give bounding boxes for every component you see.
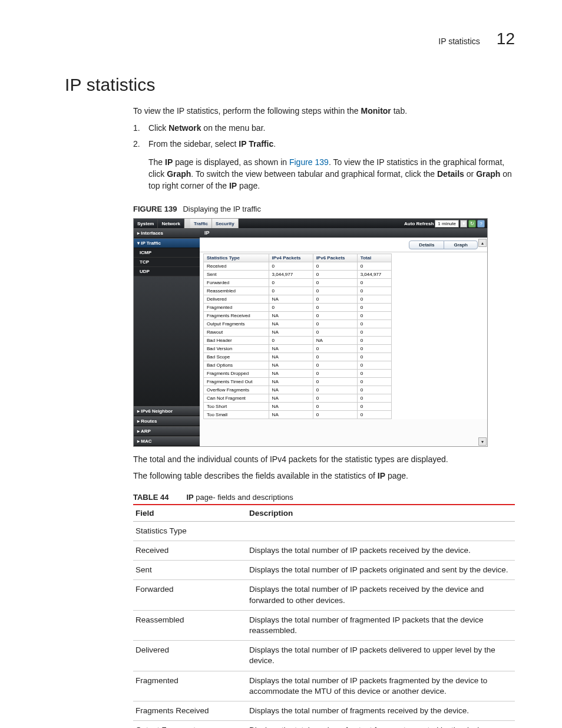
- stats-row: Too SmallNA00: [204, 411, 392, 419]
- step-item: 2.From the sidebar, select IP Traffic.: [133, 138, 515, 150]
- table44-desc: Displays the total number of fragmented …: [247, 610, 515, 640]
- stats-row: Forwarded000: [204, 279, 392, 287]
- table44-desc: [247, 521, 515, 541]
- stats-row: Bad Header0NA0: [204, 337, 392, 345]
- table44-desc: Displays the total number of IP packets …: [247, 671, 515, 701]
- section-title: IP statistics: [65, 75, 515, 95]
- auto-refresh-label: Auto Refresh: [404, 221, 434, 226]
- dropdown-caret-icon[interactable]: ▾: [460, 220, 467, 228]
- toggle-details[interactable]: Details: [409, 241, 444, 249]
- table44-field: Sent: [133, 561, 247, 580]
- stats-row: Fragmented000: [204, 304, 392, 312]
- tab-network[interactable]: Network: [158, 219, 184, 228]
- stats-row: Too ShortNA00: [204, 403, 392, 411]
- table44-desc: Displays the total number of IP packets …: [247, 580, 515, 610]
- stats-row: RawoutNA00: [204, 328, 392, 337]
- table44-field: Fragments Received: [133, 701, 247, 721]
- scroll-up-icon[interactable]: ▴: [478, 239, 487, 247]
- figure-caption: FIGURE 139Displaying the IP traffic: [133, 205, 515, 213]
- steps-list: 1.Click Network on the menu bar.2.From t…: [133, 122, 515, 192]
- table-row: SentDisplays the total number of IP pack…: [133, 561, 515, 580]
- header-section: IP statistics: [438, 37, 480, 46]
- stats-row: Fragments Timed OutNA00: [204, 378, 392, 386]
- toggle-graph[interactable]: Graph: [444, 241, 478, 249]
- auto-refresh-select[interactable]: 1 minute: [435, 220, 459, 228]
- sidebar-item[interactable]: ▸ Interfaces: [134, 228, 200, 238]
- table-row: ReassembledDisplays the total number of …: [133, 610, 515, 640]
- sidebar-item[interactable]: UDP: [134, 267, 200, 276]
- table44-desc: Displays the total number of IP packets …: [247, 641, 515, 671]
- table44-field: Received: [133, 541, 247, 560]
- figure-link[interactable]: Figure 139: [289, 157, 329, 167]
- stats-row: Bad OptionsNA00: [204, 361, 392, 370]
- table44-desc: Displays the total number of output frag…: [247, 721, 515, 728]
- stats-row: Bad VersionNA00: [204, 345, 392, 353]
- sidebar-item[interactable]: ▸ Routes: [134, 416, 200, 426]
- table-row: ForwardedDisplays the total number of IP…: [133, 580, 515, 610]
- table44-desc: Displays the total number of IP packets …: [247, 541, 515, 560]
- table44-head-desc: Description: [247, 505, 515, 522]
- app-topbar: System Network Traffic Security Auto Ref…: [134, 219, 487, 228]
- step-paragraph: The IP page is displayed, as shown in Fi…: [148, 156, 515, 192]
- table-row: Output FragmentsDisplays the total numbe…: [133, 721, 515, 728]
- table44-desc: Displays the total number of fragments r…: [247, 701, 515, 721]
- sidebar-item[interactable]: ▸ IPv6 Neighbor: [134, 406, 200, 416]
- table44-field: Output Fragments: [133, 721, 247, 728]
- stats-table: Statistics TypeIPv4 PacketsIPv6 PacketsT…: [203, 253, 392, 419]
- main-pane: IP Details Graph ▴ ▾ Statistics TypeIPv4…: [200, 228, 487, 446]
- post-figure-p1: The total and the individual counts of I…: [133, 454, 515, 466]
- stats-col-header: Statistics Type: [204, 254, 269, 262]
- page-header: IP statistics 12: [65, 29, 515, 48]
- sidebar-item[interactable]: ▾ IP Traffic: [134, 238, 200, 248]
- table-row: Fragments ReceivedDisplays the total num…: [133, 701, 515, 721]
- stats-row: DeliveredNA00: [204, 295, 392, 304]
- stats-row: Bad ScopeNA00: [204, 353, 392, 361]
- post-figure-p2: The following table describes the fields…: [133, 470, 515, 482]
- step-item: 1.Click Network on the menu bar.: [133, 122, 515, 134]
- sidebar-item[interactable]: ▸ MAC: [134, 436, 200, 446]
- intro-paragraph: To view the IP statistics, perform the f…: [133, 106, 515, 117]
- sidebar-item[interactable]: TCP: [134, 258, 200, 267]
- stats-row: Fragments DroppedNA00: [204, 370, 392, 378]
- table44-field: Fragmented: [133, 671, 247, 701]
- tab-traffic[interactable]: Traffic: [190, 219, 212, 228]
- table-row: FragmentedDisplays the total number of I…: [133, 671, 515, 701]
- chapter-number: 12: [497, 29, 515, 48]
- stats-row: Reassembled000: [204, 287, 392, 295]
- scroll-down-icon[interactable]: ▾: [478, 437, 487, 446]
- figure-screenshot: System Network Traffic Security Auto Ref…: [133, 218, 488, 447]
- tab-security[interactable]: Security: [212, 219, 239, 228]
- table44-field: Reassembled: [133, 610, 247, 640]
- table-row: DeliveredDisplays the total number of IP…: [133, 641, 515, 671]
- sidebar-item[interactable]: ▸ ARP: [134, 426, 200, 436]
- reload-icon[interactable]: ↻: [468, 220, 476, 228]
- stats-row: Sent3,044,97703,044,977: [204, 271, 392, 279]
- stats-row: Received000: [204, 262, 392, 271]
- stats-col-header: IPv6 Packets: [313, 254, 357, 262]
- table-row: ReceivedDisplays the total number of IP …: [133, 541, 515, 560]
- tab-system[interactable]: System: [134, 219, 158, 228]
- table44-field: Forwarded: [133, 580, 247, 610]
- page-title: IP: [200, 228, 487, 238]
- sidebar: ▸ Interfaces▾ IP TrafficICMPTCPUDP▸ IPv6…: [134, 228, 200, 446]
- table-row: Statistics Type: [133, 521, 515, 541]
- stats-row: Overflow FragmentsNA00: [204, 386, 392, 394]
- table44: Field Description Statistics TypeReceive…: [133, 504, 515, 728]
- table44-field: Delivered: [133, 641, 247, 671]
- table44-caption: TABLE 44IP page- fields and descriptions: [133, 493, 515, 502]
- stats-col-header: Total: [357, 254, 391, 262]
- stats-row: Fragments ReceivedNA00: [204, 312, 392, 320]
- stats-col-header: IPv4 Packets: [269, 254, 313, 262]
- table44-head-field: Field: [133, 505, 247, 522]
- help-icon[interactable]: ?: [477, 220, 485, 228]
- sidebar-item[interactable]: ICMP: [134, 248, 200, 258]
- table44-desc: Displays the total number of IP packets …: [247, 561, 515, 580]
- stats-row: Output FragmentsNA00: [204, 320, 392, 328]
- stats-row: Can Not FragmentNA00: [204, 394, 392, 403]
- table44-field: Statistics Type: [133, 521, 247, 541]
